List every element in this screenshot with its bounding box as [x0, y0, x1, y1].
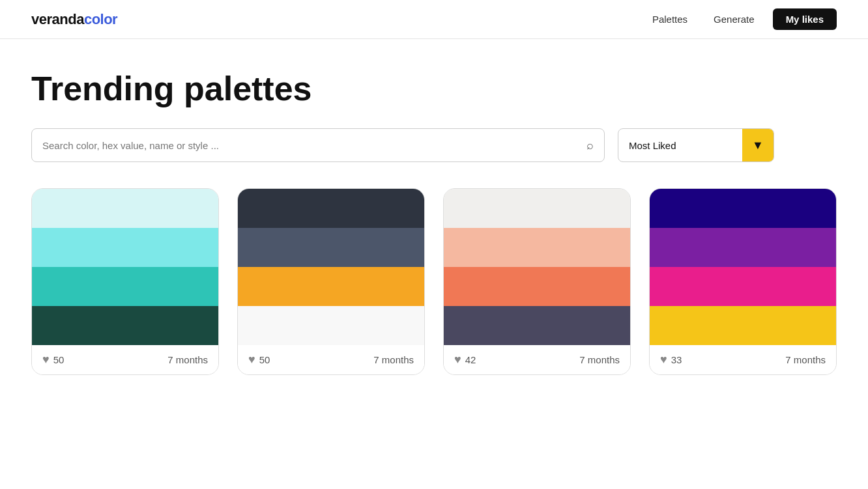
heart-icon: ♥ [42, 353, 50, 367]
chevron-down-icon: ▼ [752, 139, 764, 152]
palette-footer: ♥427 months [444, 345, 630, 374]
color-swatch [650, 267, 836, 306]
color-swatch [32, 189, 218, 228]
palette-likes: ♥50 [248, 353, 270, 367]
color-swatch [444, 306, 630, 345]
search-input[interactable] [42, 140, 586, 151]
heart-icon: ♥ [454, 353, 461, 367]
color-swatch [650, 189, 836, 228]
search-icon: ⌕ [586, 139, 594, 152]
palette-swatches [444, 189, 630, 345]
palette-grid: ♥507 months♥507 months♥427 months♥337 mo… [31, 188, 837, 375]
likes-count: 33 [671, 354, 682, 365]
controls-row: ⌕ Most Liked ▼ [31, 128, 837, 162]
color-swatch [238, 228, 424, 267]
likes-count: 42 [465, 354, 476, 365]
logo-black: veranda [31, 11, 84, 27]
palette-swatches [32, 189, 218, 345]
color-swatch [32, 228, 218, 267]
search-box[interactable]: ⌕ [31, 128, 605, 162]
palette-footer: ♥507 months [238, 345, 424, 374]
palette-likes: ♥50 [42, 353, 64, 367]
heart-icon: ♥ [248, 353, 255, 367]
palette-footer: ♥507 months [32, 345, 218, 374]
logo-blue: color [84, 11, 117, 27]
color-swatch [238, 189, 424, 228]
color-swatch [32, 306, 218, 345]
palette-card[interactable]: ♥427 months [443, 188, 631, 375]
palette-likes: ♥42 [454, 353, 476, 367]
palette-time: 7 months [785, 354, 826, 365]
filter-dropdown[interactable]: Most Liked ▼ [618, 128, 774, 162]
color-swatch [238, 267, 424, 306]
my-likes-button[interactable]: My likes [773, 8, 837, 30]
color-swatch [650, 306, 836, 345]
heart-icon: ♥ [660, 353, 667, 367]
nav-palettes[interactable]: Palettes [644, 10, 695, 29]
filter-label: Most Liked [618, 140, 742, 151]
color-swatch [650, 228, 836, 267]
palette-footer: ♥337 months [650, 345, 836, 374]
color-swatch [238, 306, 424, 345]
palette-time: 7 months [167, 354, 208, 365]
likes-count: 50 [53, 354, 65, 365]
palette-swatches [650, 189, 836, 345]
logo[interactable]: verandacolor [31, 11, 117, 28]
color-swatch [444, 267, 630, 306]
palette-swatches [238, 189, 424, 345]
nav-generate[interactable]: Generate [706, 10, 762, 29]
palette-likes: ♥33 [660, 353, 682, 367]
palette-card[interactable]: ♥507 months [31, 188, 219, 375]
palette-card[interactable]: ♥337 months [649, 188, 837, 375]
palette-card[interactable]: ♥507 months [237, 188, 425, 375]
filter-arrow-button[interactable]: ▼ [742, 128, 774, 162]
page-title: Trending palettes [31, 70, 837, 107]
palette-time: 7 months [373, 354, 414, 365]
color-swatch [444, 228, 630, 267]
palette-time: 7 months [579, 354, 620, 365]
navigation: Palettes Generate My likes [644, 8, 837, 30]
color-swatch [32, 267, 218, 306]
likes-count: 50 [259, 354, 270, 365]
main-content: Trending palettes ⌕ Most Liked ▼ ♥507 mo… [0, 39, 868, 406]
color-swatch [444, 189, 630, 228]
header: verandacolor Palettes Generate My likes [0, 0, 868, 39]
